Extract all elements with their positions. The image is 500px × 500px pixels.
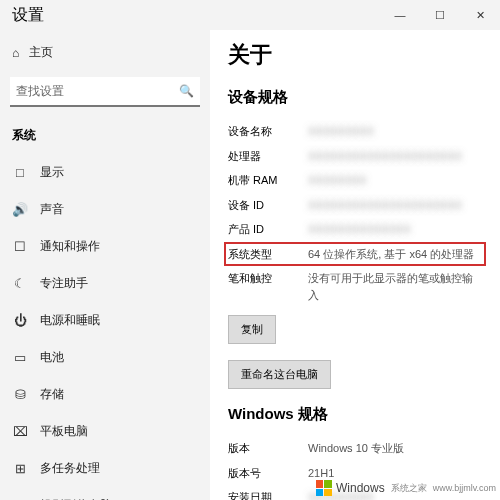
sidebar-item-label: 存储 [40, 386, 64, 403]
sidebar-item-专注助手[interactable]: ☾专注助手 [0, 265, 210, 302]
section-system: 系统 [0, 121, 210, 154]
minimize-button[interactable]: — [380, 0, 420, 30]
sidebar: ⌂ 主页 查找设置 🔍 系统 □显示🔊声音☐通知和操作☾专注助手⏻电源和睡眠▭电… [0, 30, 210, 500]
row-device-name: 设备名称 XXXXXXXXX [228, 119, 482, 144]
search-input[interactable]: 查找设置 🔍 [10, 77, 200, 107]
display-icon: □ [12, 165, 28, 180]
sidebar-item-label: 显示 [40, 164, 64, 181]
row-edition: 版本 Windows 10 专业版 [228, 436, 482, 461]
row-product-id: 产品 ID XXXXXXXXXXXXXX [228, 217, 482, 242]
focus-icon: ☾ [12, 276, 28, 291]
sidebar-item-电源和睡眠[interactable]: ⏻电源和睡眠 [0, 302, 210, 339]
sidebar-item-多任务处理[interactable]: ⊞多任务处理 [0, 450, 210, 487]
maximize-button[interactable]: ☐ [420, 0, 460, 30]
sidebar-item-label: 电池 [40, 349, 64, 366]
home-nav[interactable]: ⌂ 主页 [0, 38, 210, 67]
content-about: 关于 设备规格 设备名称 XXXXXXXXX 处理器 XXXXXXXXXXXXX… [210, 30, 500, 500]
windows-spec-heading: Windows 规格 [228, 405, 482, 424]
titlebar: 设置 — ☐ ✕ [0, 0, 500, 30]
home-label: 主页 [29, 44, 53, 61]
home-icon: ⌂ [12, 46, 19, 60]
copy-button[interactable]: 复制 [228, 315, 276, 344]
watermark: Windows 系统之家 www.bjjmlv.com [316, 480, 496, 496]
row-pen-touch: 笔和触控 没有可用于此显示器的笔或触控输入 [228, 266, 482, 307]
power-icon: ⏻ [12, 313, 28, 328]
device-spec-heading: 设备规格 [228, 88, 482, 107]
sidebar-item-label: 声音 [40, 201, 64, 218]
rename-pc-button[interactable]: 重命名这台电脑 [228, 360, 331, 389]
battery-icon: ▭ [12, 350, 28, 365]
sidebar-item-投影到此电脑[interactable]: ▣投影到此电脑 [0, 487, 210, 500]
sidebar-item-label: 多任务处理 [40, 460, 100, 477]
sidebar-item-电池[interactable]: ▭电池 [0, 339, 210, 376]
sidebar-item-通知和操作[interactable]: ☐通知和操作 [0, 228, 210, 265]
multitask-icon: ⊞ [12, 461, 28, 476]
sidebar-item-显示[interactable]: □显示 [0, 154, 210, 191]
sidebar-item-label: 通知和操作 [40, 238, 100, 255]
close-button[interactable]: ✕ [460, 0, 500, 30]
row-device-id: 设备 ID XXXXXXXXXXXXXXXXXXXXX [228, 193, 482, 218]
sound-icon: 🔊 [12, 202, 28, 217]
row-processor: 处理器 XXXXXXXXXXXXXXXXXXXXX [228, 144, 482, 169]
sidebar-item-label: 电源和睡眠 [40, 312, 100, 329]
windows-logo-icon [316, 480, 332, 496]
page-title: 关于 [228, 40, 482, 70]
sidebar-item-声音[interactable]: 🔊声音 [0, 191, 210, 228]
tablet-icon: ⌧ [12, 424, 28, 439]
search-icon: 🔍 [179, 84, 194, 98]
search-placeholder: 查找设置 [16, 83, 64, 100]
sidebar-item-存储[interactable]: ⛁存储 [0, 376, 210, 413]
storage-icon: ⛁ [12, 387, 28, 402]
window-title: 设置 [12, 5, 44, 26]
sidebar-item-平板电脑[interactable]: ⌧平板电脑 [0, 413, 210, 450]
row-system-type: 系统类型 64 位操作系统, 基于 x64 的处理器 [224, 242, 486, 267]
watermark-brand: Windows [336, 481, 385, 495]
window-controls: — ☐ ✕ [380, 0, 500, 30]
watermark-url: www.bjjmlv.com [433, 483, 496, 493]
watermark-sub: 系统之家 [391, 482, 427, 495]
sidebar-item-label: 平板电脑 [40, 423, 88, 440]
row-ram: 机带 RAM XXXXXXXX [228, 168, 482, 193]
sidebar-item-label: 专注助手 [40, 275, 88, 292]
notifications-icon: ☐ [12, 239, 28, 254]
